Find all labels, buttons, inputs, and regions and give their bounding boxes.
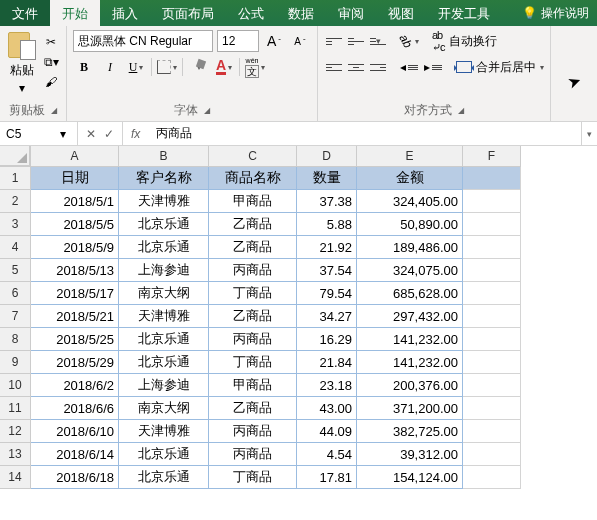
cell[interactable] [463, 397, 521, 420]
cell[interactable]: 2018/6/18 [31, 466, 119, 489]
cell[interactable] [463, 282, 521, 305]
cell[interactable]: 200,376.00 [357, 374, 463, 397]
cell[interactable]: 21.84 [297, 351, 357, 374]
cell[interactable]: 37.38 [297, 190, 357, 213]
cell[interactable]: 丁商品 [209, 351, 297, 374]
cell[interactable]: 43.00 [297, 397, 357, 420]
cell[interactable] [463, 420, 521, 443]
formula-input[interactable] [148, 122, 581, 145]
cell[interactable]: 154,124.00 [357, 466, 463, 489]
decrease-indent-button[interactable]: ◂ [398, 56, 420, 78]
cell[interactable]: 乙商品 [209, 236, 297, 259]
cell[interactable]: 23.18 [297, 374, 357, 397]
col-header-E[interactable]: E [357, 146, 463, 167]
cell[interactable] [463, 213, 521, 236]
row-header-7[interactable]: 7 [0, 305, 31, 328]
tab-review[interactable]: 审阅 [326, 0, 376, 26]
cell[interactable]: 丙商品 [209, 443, 297, 466]
cell[interactable] [463, 236, 521, 259]
cell[interactable]: 79.54 [297, 282, 357, 305]
cell[interactable]: 2018/5/5 [31, 213, 119, 236]
grow-font-button[interactable]: Aˆ [263, 30, 285, 52]
cell[interactable]: 141,232.00 [357, 328, 463, 351]
font-color-button[interactable]: A▾ [213, 56, 235, 78]
cell[interactable]: 2018/5/9 [31, 236, 119, 259]
cell[interactable]: 金额 [357, 167, 463, 190]
cell[interactable] [463, 259, 521, 282]
dialog-launcher-icon[interactable]: ◢ [204, 106, 210, 115]
cell[interactable]: 382,725.00 [357, 420, 463, 443]
cell[interactable]: 丙商品 [209, 259, 297, 282]
fill-color-button[interactable]: ▾ [187, 56, 209, 78]
align-right-button[interactable] [368, 58, 388, 76]
cell[interactable]: 2018/5/25 [31, 328, 119, 351]
cell[interactable]: 北京乐通 [119, 443, 209, 466]
cell[interactable]: 丙商品 [209, 328, 297, 351]
cell[interactable]: 北京乐通 [119, 236, 209, 259]
cell[interactable]: 甲商品 [209, 190, 297, 213]
name-box-input[interactable] [6, 127, 56, 141]
cell[interactable]: 37.54 [297, 259, 357, 282]
row-header-3[interactable]: 3 [0, 213, 31, 236]
paste-button[interactable]: 粘贴 ▾ [6, 30, 38, 97]
cell[interactable]: 2018/5/21 [31, 305, 119, 328]
cell[interactable] [463, 466, 521, 489]
cell[interactable]: 2018/6/6 [31, 397, 119, 420]
orientation-button[interactable]: ab▾ [398, 30, 420, 52]
font-size-combo[interactable]: ▾ [217, 30, 259, 52]
cell[interactable]: 34.27 [297, 305, 357, 328]
spreadsheet-grid[interactable]: ABCDEF1日期客户名称商品名称数量金额22018/5/1天津博雅甲商品37.… [0, 146, 597, 489]
row-header-2[interactable]: 2 [0, 190, 31, 213]
align-bottom-button[interactable] [368, 32, 388, 50]
cell[interactable]: 北京乐通 [119, 328, 209, 351]
tab-layout[interactable]: 页面布局 [150, 0, 226, 26]
tab-insert[interactable]: 插入 [100, 0, 150, 26]
cell[interactable]: 2018/5/17 [31, 282, 119, 305]
row-header-5[interactable]: 5 [0, 259, 31, 282]
cell[interactable]: 丁商品 [209, 466, 297, 489]
align-left-button[interactable] [324, 58, 344, 76]
cell[interactable]: 商品名称 [209, 167, 297, 190]
row-header-8[interactable]: 8 [0, 328, 31, 351]
cell[interactable]: 371,200.00 [357, 397, 463, 420]
merge-center-button[interactable]: 合并后居中▾ [456, 56, 544, 78]
cell[interactable]: 丁商品 [209, 282, 297, 305]
cell[interactable]: 天津博雅 [119, 190, 209, 213]
cell[interactable]: 北京乐通 [119, 466, 209, 489]
chevron-down-icon[interactable]: ▾ [60, 127, 66, 141]
tab-view[interactable]: 视图 [376, 0, 426, 26]
cell[interactable]: 50,890.00 [357, 213, 463, 236]
bold-button[interactable]: B [73, 56, 95, 78]
cell[interactable]: 16.29 [297, 328, 357, 351]
select-all-button[interactable] [0, 146, 30, 166]
cut-button[interactable]: ✂ [42, 34, 60, 50]
cell[interactable]: 39,312.00 [357, 443, 463, 466]
col-header-D[interactable]: D [297, 146, 357, 167]
expand-formula-bar[interactable]: ▾ [581, 122, 597, 145]
cell[interactable] [463, 443, 521, 466]
cell[interactable]: 上海参迪 [119, 259, 209, 282]
cell[interactable]: 北京乐通 [119, 351, 209, 374]
align-center-button[interactable] [346, 58, 366, 76]
font-name-input[interactable] [78, 34, 228, 48]
row-header-11[interactable]: 11 [0, 397, 31, 420]
tab-formula[interactable]: 公式 [226, 0, 276, 26]
tab-home[interactable]: 开始 [50, 0, 100, 26]
cell[interactable]: 4.54 [297, 443, 357, 466]
row-header-13[interactable]: 13 [0, 443, 31, 466]
row-header-4[interactable]: 4 [0, 236, 31, 259]
italic-button[interactable]: I [99, 56, 121, 78]
cell[interactable]: 2018/5/13 [31, 259, 119, 282]
tab-file[interactable]: 文件 [0, 0, 50, 26]
dialog-launcher-icon[interactable]: ◢ [51, 106, 57, 115]
increase-indent-button[interactable]: ▸ [422, 56, 444, 78]
cell[interactable]: 17.81 [297, 466, 357, 489]
col-header-C[interactable]: C [209, 146, 297, 167]
cell[interactable] [463, 351, 521, 374]
cell[interactable]: 丙商品 [209, 420, 297, 443]
cell[interactable]: 324,405.00 [357, 190, 463, 213]
cell[interactable]: 乙商品 [209, 213, 297, 236]
cell[interactable]: 189,486.00 [357, 236, 463, 259]
cell[interactable]: 141,232.00 [357, 351, 463, 374]
underline-button[interactable]: U▾ [125, 56, 147, 78]
